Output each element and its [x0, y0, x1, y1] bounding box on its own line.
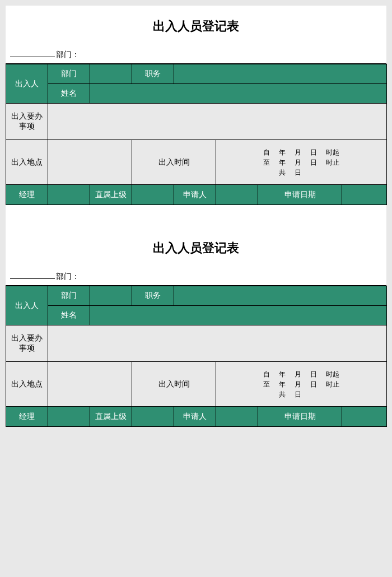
cell-dept-value[interactable]: [90, 286, 132, 306]
form-block-1: 出入人员登记表 部门： 出入人 部门 职务: [6, 6, 386, 227]
label-manager: 经理: [6, 185, 48, 205]
form-title: 出入人员登记表: [6, 227, 386, 267]
label-time: 出入时间: [132, 140, 216, 185]
label-applicant: 申请人: [174, 407, 216, 427]
form-block-2: 出入人员登记表 部门： 出入人 部门 职务: [6, 227, 386, 427]
label-name: 姓名: [48, 84, 90, 104]
dept-blank-line: [10, 270, 55, 279]
dept-label: 部门：: [56, 50, 80, 60]
label-dept: 部门: [48, 286, 90, 306]
label-apply-date: 申请日期: [258, 185, 342, 205]
label-supervisor: 直属上级: [90, 407, 132, 427]
label-matters: 出入要办 事项: [6, 104, 48, 140]
label-matters: 出入要办 事项: [6, 325, 48, 362]
label-location: 出入地点: [6, 140, 48, 185]
cell-applicant-value[interactable]: [216, 407, 258, 427]
cell-manager-value[interactable]: [48, 407, 90, 427]
cell-name-value[interactable]: [90, 84, 387, 104]
cell-position-value[interactable]: [174, 286, 387, 306]
spacer: [6, 205, 386, 227]
dept-row: 部门：: [6, 45, 386, 64]
form-table: 出入人 部门 职务 姓名 出入要办 事项 出入地点 出入时间 自至: [6, 286, 387, 427]
dept-blank-line: [10, 48, 55, 57]
label-name: 姓名: [48, 306, 90, 325]
cell-location-value[interactable]: [48, 362, 132, 407]
page-container: 出入人员登记表 部门： 出入人 部门 职务: [6, 6, 386, 427]
label-location: 出入地点: [6, 362, 48, 407]
label-applicant: 申请人: [174, 185, 216, 205]
cell-matters-value[interactable]: [48, 325, 387, 362]
label-dept: 部门: [48, 64, 90, 84]
cell-name-value[interactable]: [90, 306, 387, 325]
cell-matters-value[interactable]: [48, 104, 387, 140]
label-manager: 经理: [6, 407, 48, 427]
cell-apply-date-value[interactable]: [342, 407, 387, 427]
label-position: 职务: [132, 64, 174, 84]
cell-apply-date-value[interactable]: [342, 185, 387, 205]
cell-time-detail: 自至 年年共 月月日 日日 时起时止: [216, 362, 387, 407]
label-supervisor: 直属上级: [90, 185, 132, 205]
label-time: 出入时间: [132, 362, 216, 407]
cell-location-value[interactable]: [48, 140, 132, 185]
cell-position-value[interactable]: [174, 64, 387, 84]
cell-supervisor-value[interactable]: [132, 407, 174, 427]
form-title: 出入人员登记表: [6, 6, 386, 45]
cell-time-detail: 自至 年年共 月月日 日日 时起时止: [216, 140, 387, 185]
dept-label: 部门：: [56, 272, 80, 282]
cell-dept-value[interactable]: [90, 64, 132, 84]
label-person: 出入人: [6, 64, 48, 104]
cell-supervisor-value[interactable]: [132, 185, 174, 205]
cell-applicant-value[interactable]: [216, 185, 258, 205]
label-apply-date: 申请日期: [258, 407, 342, 427]
label-person: 出入人: [6, 286, 48, 325]
dept-row: 部门：: [6, 267, 386, 286]
label-position: 职务: [132, 286, 174, 306]
form-table: 出入人 部门 职务 姓名 出入要办 事项 出入地点 出入时间 自至: [6, 64, 387, 205]
cell-manager-value[interactable]: [48, 185, 90, 205]
